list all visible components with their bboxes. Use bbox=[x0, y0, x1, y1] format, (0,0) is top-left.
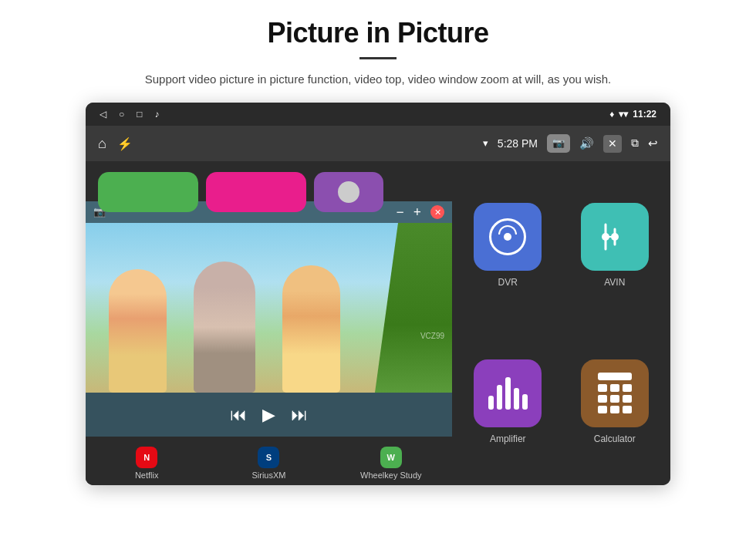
nav-time: 5:28 PM bbox=[498, 137, 538, 150]
amp-bar-3 bbox=[505, 377, 511, 410]
dvr-icon bbox=[489, 218, 526, 255]
avin-icon-box bbox=[581, 203, 649, 271]
nav-bar: ⌂ ⚡ ▾ 5:28 PM 📷 🔊 ✕ ⧉ ↩ bbox=[86, 126, 670, 161]
prev-button[interactable]: ⏮ bbox=[230, 405, 247, 425]
pip-video-content: VCZ99 bbox=[86, 223, 452, 393]
location-status-icon: ♦ bbox=[609, 109, 614, 120]
usb-icon: ⚡ bbox=[117, 137, 133, 151]
calc-keys bbox=[598, 384, 632, 413]
close-pip-button[interactable]: ✕ bbox=[603, 135, 622, 153]
amp-bar-1 bbox=[488, 396, 494, 410]
wheelkey-app-btn[interactable] bbox=[314, 172, 383, 212]
calc-key-5 bbox=[610, 395, 619, 403]
calc-key-8 bbox=[610, 406, 619, 413]
netflix-icon: N bbox=[136, 447, 157, 468]
amplifier-icon-box bbox=[474, 359, 542, 427]
siriusxm-icon: S bbox=[258, 447, 279, 468]
siriusxm-label-item[interactable]: S SiriusXM bbox=[208, 440, 329, 485]
wifi-nav-icon: ▾ bbox=[483, 137, 488, 150]
home-nav-icon[interactable]: ○ bbox=[119, 109, 124, 120]
avin-app-item[interactable]: AVIN bbox=[567, 172, 663, 318]
amplifier-app-item[interactable]: Amplifier bbox=[460, 329, 556, 474]
wheelkey-icon-box: W bbox=[380, 447, 402, 468]
dvr-label: DVR bbox=[498, 277, 518, 288]
music-nav-icon[interactable]: ♪ bbox=[155, 109, 160, 120]
app-buttons-row bbox=[86, 161, 452, 212]
back-button[interactable]: ↩ bbox=[648, 137, 658, 150]
main-area: 📷 − + ✕ bbox=[86, 161, 670, 485]
pip-bottom-bar: ⏮ ▶ ⏭ bbox=[86, 393, 452, 437]
back-nav-icon[interactable]: ◁ bbox=[100, 109, 106, 120]
next-button[interactable]: ⏭ bbox=[291, 405, 308, 425]
page-title: Picture in Picture bbox=[267, 17, 488, 49]
status-bar-right: ♦ ▾▾ 11:22 bbox=[609, 109, 656, 120]
home-button[interactable]: ⌂ bbox=[98, 136, 106, 152]
nav-bar-right: ▾ 5:28 PM 📷 🔊 ✕ ⧉ ↩ bbox=[483, 134, 658, 153]
camera-button[interactable]: 📷 bbox=[547, 134, 570, 153]
status-bar-left: ◁ ○ □ ♪ bbox=[100, 109, 160, 120]
avin-label: AVIN bbox=[604, 277, 625, 288]
calculator-app-item[interactable]: Calculator bbox=[567, 329, 663, 474]
dvr-app-item[interactable]: DVR bbox=[460, 172, 556, 318]
page-wrapper: Picture in Picture Support video picture… bbox=[0, 0, 756, 485]
wheelkey-label: Wheelkey Study bbox=[360, 471, 421, 480]
wheelkey-label-item[interactable]: W Wheelkey Study bbox=[330, 440, 452, 485]
pip-window[interactable]: 📷 − + ✕ bbox=[86, 201, 452, 437]
amp-bar-2 bbox=[497, 385, 502, 410]
netflix-label-item[interactable]: N Netflix bbox=[86, 440, 208, 485]
calculator-icon bbox=[598, 373, 632, 413]
wifi-status-icon: ▾▾ bbox=[619, 109, 628, 120]
page-subtitle: Support video picture in picture functio… bbox=[145, 70, 611, 89]
video-pip-area: 📷 − + ✕ bbox=[86, 161, 452, 485]
calc-key-7 bbox=[598, 406, 607, 413]
status-time: 11:22 bbox=[633, 109, 656, 120]
amp-bar-4 bbox=[514, 388, 519, 410]
bottom-labels: N Netflix S SiriusXM W Whee bbox=[86, 440, 452, 485]
title-divider bbox=[359, 57, 397, 59]
device-frame: ◁ ○ □ ♪ ♦ ▾▾ 11:22 ⌂ ⚡ ▾ 5:28 PM 📷 🔊 bbox=[86, 103, 670, 485]
calc-key-9 bbox=[623, 406, 632, 413]
apps-grid: DVR AVIN bbox=[452, 161, 670, 485]
calculator-icon-box bbox=[581, 359, 649, 427]
status-bar: ◁ ○ □ ♪ ♦ ▾▾ 11:22 bbox=[86, 103, 670, 126]
nav-bar-left: ⌂ ⚡ bbox=[98, 136, 133, 152]
volume-button[interactable]: 🔊 bbox=[579, 137, 594, 150]
recents-nav-icon[interactable]: □ bbox=[137, 109, 142, 120]
amplifier-label: Amplifier bbox=[490, 433, 526, 444]
calc-key-4 bbox=[598, 395, 607, 403]
pip-mode-button[interactable]: ⧉ bbox=[631, 137, 639, 150]
netflix-label: Netflix bbox=[135, 471, 159, 480]
dvr-wifi-arc bbox=[498, 225, 517, 234]
watermark: VCZ99 bbox=[420, 332, 444, 340]
siriusxm-app-btn[interactable] bbox=[206, 172, 306, 212]
calculator-label: Calculator bbox=[594, 433, 636, 444]
netflix-app-btn[interactable] bbox=[98, 172, 198, 212]
calc-key-3 bbox=[623, 384, 632, 392]
calc-key-2 bbox=[610, 384, 619, 392]
amplifier-icon bbox=[488, 377, 528, 410]
calc-key-1 bbox=[598, 384, 607, 392]
wheelkey-icon bbox=[338, 181, 359, 203]
amp-bar-5 bbox=[522, 394, 528, 410]
play-button[interactable]: ▶ bbox=[262, 405, 275, 425]
siriusxm-label: SiriusXM bbox=[251, 471, 285, 480]
calc-key-6 bbox=[623, 395, 632, 403]
avin-icon bbox=[596, 218, 633, 255]
dvr-icon-box bbox=[474, 203, 542, 271]
